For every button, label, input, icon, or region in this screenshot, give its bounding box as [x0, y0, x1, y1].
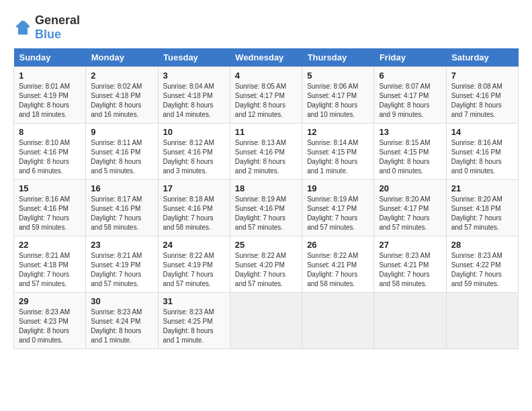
logo-general: General	[35, 13, 80, 27]
cell-week1-day5: 5 Sunrise: 8:06 AM Sunset: 4:17 PM Dayli…	[302, 67, 374, 124]
cell-week5-day1: 29 Sunrise: 8:23 AM Sunset: 4:23 PM Dayl…	[14, 293, 86, 349]
cell-week3-day1: 15 Sunrise: 8:16 AM Sunset: 4:16 PM Dayl…	[14, 180, 86, 236]
day-number: 7	[451, 71, 513, 81]
cell-week5-day2: 30 Sunrise: 8:23 AM Sunset: 4:24 PM Dayl…	[86, 293, 158, 349]
day-number: 31	[163, 296, 225, 306]
day-number: 21	[451, 183, 513, 193]
day-info: Sunrise: 8:20 AM Sunset: 4:17 PM Dayligh…	[379, 195, 441, 232]
day-info: Sunrise: 8:11 AM Sunset: 4:16 PM Dayligh…	[91, 138, 152, 176]
day-info: Sunrise: 8:15 AM Sunset: 4:15 PM Dayligh…	[379, 138, 441, 176]
day-number: 10	[163, 127, 225, 137]
day-info: Sunrise: 8:05 AM Sunset: 4:17 PM Dayligh…	[235, 82, 297, 120]
header-sunday: Sunday	[14, 48, 86, 67]
day-number: 13	[379, 127, 441, 137]
day-info: Sunrise: 8:19 AM Sunset: 4:17 PM Dayligh…	[307, 195, 369, 232]
day-info: Sunrise: 8:20 AM Sunset: 4:18 PM Dayligh…	[451, 195, 513, 232]
day-info: Sunrise: 8:22 AM Sunset: 4:21 PM Dayligh…	[307, 251, 369, 289]
cell-week4-day6: 27 Sunrise: 8:23 AM Sunset: 4:21 PM Dayl…	[374, 236, 446, 293]
cell-week1-day6: 6 Sunrise: 8:07 AM Sunset: 4:17 PM Dayli…	[374, 67, 446, 124]
cell-week3-day2: 16 Sunrise: 8:17 AM Sunset: 4:16 PM Dayl…	[86, 180, 158, 236]
cell-week1-day7: 7 Sunrise: 8:08 AM Sunset: 4:16 PM Dayli…	[446, 67, 518, 124]
week-row-3: 15 Sunrise: 8:16 AM Sunset: 4:16 PM Dayl…	[14, 180, 519, 236]
header-friday: Friday	[374, 48, 446, 67]
day-info: Sunrise: 8:12 AM Sunset: 4:16 PM Dayligh…	[163, 138, 225, 176]
cell-week3-day7: 21 Sunrise: 8:20 AM Sunset: 4:18 PM Dayl…	[446, 180, 518, 236]
day-info: Sunrise: 8:04 AM Sunset: 4:18 PM Dayligh…	[163, 82, 225, 120]
cell-week3-day6: 20 Sunrise: 8:20 AM Sunset: 4:17 PM Dayl…	[374, 180, 446, 236]
header-wednesday: Wednesday	[230, 48, 302, 67]
day-info: Sunrise: 8:21 AM Sunset: 4:19 PM Dayligh…	[91, 251, 152, 289]
day-number: 14	[451, 127, 513, 137]
day-number: 6	[379, 71, 441, 81]
day-number: 27	[379, 240, 441, 250]
week-row-4: 22 Sunrise: 8:21 AM Sunset: 4:18 PM Dayl…	[14, 236, 519, 293]
cell-week2-day5: 12 Sunrise: 8:14 AM Sunset: 4:15 PM Dayl…	[302, 124, 374, 180]
logo-text-block: General Blue	[35, 13, 80, 42]
day-number: 16	[91, 183, 152, 193]
cell-week4-day4: 25 Sunrise: 8:22 AM Sunset: 4:20 PM Dayl…	[230, 236, 302, 293]
day-info: Sunrise: 8:18 AM Sunset: 4:16 PM Dayligh…	[163, 195, 225, 232]
day-number: 20	[379, 183, 441, 193]
day-number: 15	[19, 183, 81, 193]
day-number: 28	[451, 240, 513, 250]
cell-week1-day4: 4 Sunrise: 8:05 AM Sunset: 4:17 PM Dayli…	[230, 67, 302, 124]
cell-week5-day6	[374, 293, 446, 349]
cell-week2-day3: 10 Sunrise: 8:12 AM Sunset: 4:16 PM Dayl…	[158, 124, 230, 180]
day-number: 24	[163, 240, 225, 250]
day-info: Sunrise: 8:07 AM Sunset: 4:17 PM Dayligh…	[379, 82, 441, 120]
day-info: Sunrise: 8:10 AM Sunset: 4:16 PM Dayligh…	[19, 138, 81, 176]
header-monday: Monday	[86, 48, 158, 67]
day-info: Sunrise: 8:01 AM Sunset: 4:19 PM Dayligh…	[19, 82, 81, 120]
cell-week5-day3: 31 Sunrise: 8:23 AM Sunset: 4:25 PM Dayl…	[158, 293, 230, 349]
cell-week3-day5: 19 Sunrise: 8:19 AM Sunset: 4:17 PM Dayl…	[302, 180, 374, 236]
day-number: 5	[307, 71, 369, 81]
cell-week5-day7	[446, 293, 518, 349]
week-row-5: 29 Sunrise: 8:23 AM Sunset: 4:23 PM Dayl…	[14, 293, 519, 349]
day-info: Sunrise: 8:06 AM Sunset: 4:17 PM Dayligh…	[307, 82, 369, 120]
cell-week3-day4: 18 Sunrise: 8:19 AM Sunset: 4:16 PM Dayl…	[230, 180, 302, 236]
week-row-2: 8 Sunrise: 8:10 AM Sunset: 4:16 PM Dayli…	[14, 124, 519, 180]
cell-week2-day6: 13 Sunrise: 8:15 AM Sunset: 4:15 PM Dayl…	[374, 124, 446, 180]
cell-week5-day5	[302, 293, 374, 349]
header-tuesday: Tuesday	[158, 48, 230, 67]
day-number: 30	[91, 296, 152, 306]
cell-week2-day4: 11 Sunrise: 8:13 AM Sunset: 4:16 PM Dayl…	[230, 124, 302, 180]
day-number: 25	[235, 240, 297, 250]
day-info: Sunrise: 8:14 AM Sunset: 4:15 PM Dayligh…	[307, 138, 369, 176]
day-number: 4	[235, 71, 297, 81]
cell-week4-day5: 26 Sunrise: 8:22 AM Sunset: 4:21 PM Dayl…	[302, 236, 374, 293]
day-info: Sunrise: 8:19 AM Sunset: 4:16 PM Dayligh…	[235, 195, 297, 232]
day-number: 11	[235, 127, 297, 137]
header-saturday: Saturday	[446, 48, 518, 67]
day-info: Sunrise: 8:08 AM Sunset: 4:16 PM Dayligh…	[451, 82, 513, 120]
cell-week3-day3: 17 Sunrise: 8:18 AM Sunset: 4:16 PM Dayl…	[158, 180, 230, 236]
day-info: Sunrise: 8:13 AM Sunset: 4:16 PM Dayligh…	[235, 138, 297, 176]
page-header: General Blue	[13, 13, 519, 42]
calendar-table: SundayMondayTuesdayWednesdayThursdayFrid…	[13, 48, 519, 349]
day-info: Sunrise: 8:21 AM Sunset: 4:18 PM Dayligh…	[19, 251, 81, 289]
day-number: 17	[163, 183, 225, 193]
day-number: 22	[19, 240, 81, 250]
cell-week2-day1: 8 Sunrise: 8:10 AM Sunset: 4:16 PM Dayli…	[14, 124, 86, 180]
day-info: Sunrise: 8:17 AM Sunset: 4:16 PM Dayligh…	[91, 195, 152, 232]
day-info: Sunrise: 8:22 AM Sunset: 4:20 PM Dayligh…	[235, 251, 297, 289]
day-info: Sunrise: 8:23 AM Sunset: 4:25 PM Dayligh…	[163, 308, 225, 345]
day-info: Sunrise: 8:02 AM Sunset: 4:18 PM Dayligh…	[91, 82, 152, 120]
cell-week5-day4	[230, 293, 302, 349]
day-number: 3	[163, 71, 225, 81]
cell-week2-day2: 9 Sunrise: 8:11 AM Sunset: 4:16 PM Dayli…	[86, 124, 158, 180]
cell-week4-day2: 23 Sunrise: 8:21 AM Sunset: 4:19 PM Dayl…	[86, 236, 158, 293]
cell-week1-day1: 1 Sunrise: 8:01 AM Sunset: 4:19 PM Dayli…	[14, 67, 86, 124]
day-number: 12	[307, 127, 369, 137]
day-number: 1	[19, 71, 81, 81]
day-info: Sunrise: 8:16 AM Sunset: 4:16 PM Dayligh…	[451, 138, 513, 176]
day-number: 8	[19, 127, 81, 137]
cell-week4-day3: 24 Sunrise: 8:22 AM Sunset: 4:19 PM Dayl…	[158, 236, 230, 293]
day-number: 9	[91, 127, 152, 137]
week-row-1: 1 Sunrise: 8:01 AM Sunset: 4:19 PM Dayli…	[14, 67, 519, 124]
day-number: 2	[91, 71, 152, 81]
cell-week2-day7: 14 Sunrise: 8:16 AM Sunset: 4:16 PM Dayl…	[446, 124, 518, 180]
day-number: 26	[307, 240, 369, 250]
header-row: SundayMondayTuesdayWednesdayThursdayFrid…	[14, 48, 519, 67]
day-info: Sunrise: 8:23 AM Sunset: 4:23 PM Dayligh…	[19, 308, 81, 345]
